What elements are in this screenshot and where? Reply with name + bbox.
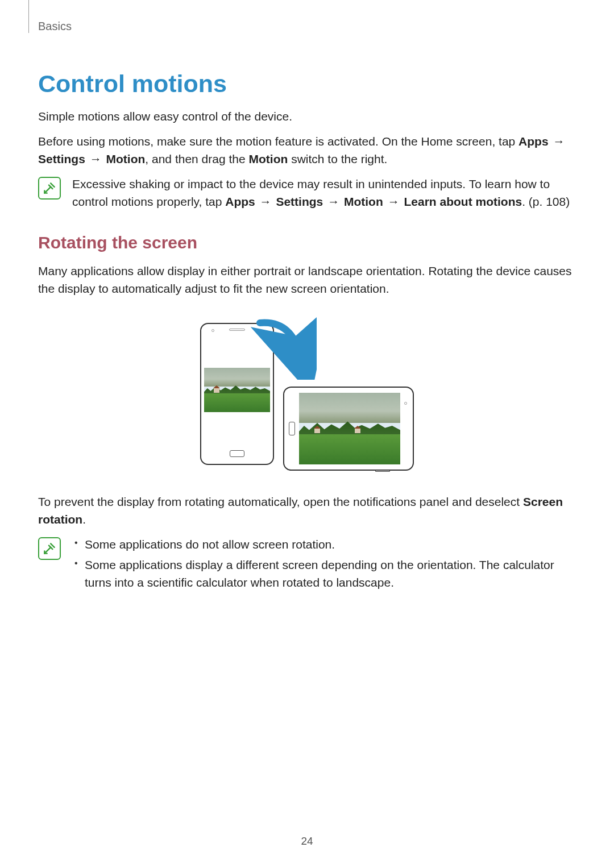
speaker-slot xyxy=(229,329,245,331)
sub-heading: Rotating the screen xyxy=(38,233,576,252)
home-button xyxy=(230,450,244,457)
note-list: Some applications do not allow screen ro… xyxy=(72,536,576,591)
phone-landscape-illustration xyxy=(283,387,414,471)
arrow-icon: → xyxy=(326,193,341,210)
arrow-icon: → xyxy=(89,151,103,168)
side-button xyxy=(375,470,390,472)
arrow-icon: → xyxy=(259,193,273,210)
camera-dot xyxy=(404,402,407,405)
intro-paragraph-1: Simple motions allow easy control of the… xyxy=(38,108,576,125)
note-block-2: Some applications do not allow screen ro… xyxy=(38,536,576,595)
note-icon xyxy=(38,537,61,560)
switch-name: Motion xyxy=(248,152,288,165)
rotate-paragraph-1: Many applications allow display in eithe… xyxy=(38,263,576,297)
camera-dot xyxy=(211,329,214,332)
path-apps: Apps xyxy=(225,195,255,208)
note-content: Excessive shaking or impact to the devic… xyxy=(72,176,576,210)
note-icon xyxy=(38,177,61,200)
page-title: Control motions xyxy=(38,70,576,98)
landscape-photo xyxy=(299,393,400,464)
path-apps: Apps xyxy=(518,135,549,148)
path-learn: Learn about motions xyxy=(404,195,522,208)
page-number: 24 xyxy=(0,835,614,848)
arrow-icon: → xyxy=(387,193,401,210)
note-content: Some applications do not allow screen ro… xyxy=(72,536,576,595)
home-button xyxy=(289,422,295,435)
note-text-end: . (p. 108) xyxy=(522,195,570,208)
side-rule xyxy=(28,0,29,33)
path-settings: Settings xyxy=(38,152,85,165)
text: switch to the right. xyxy=(288,152,387,165)
page-content: Control motions Simple motions allow eas… xyxy=(0,70,614,595)
rotate-paragraph-2: To prevent the display from rotating aut… xyxy=(38,493,576,528)
note-block-1: Excessive shaking or impact to the devic… xyxy=(38,176,576,210)
note-bullet-1: Some applications do not allow screen ro… xyxy=(72,536,576,553)
landscape-screen xyxy=(299,393,400,464)
path-motion: Motion xyxy=(106,152,146,165)
intro-paragraph-2: Before using motions, make sure the moti… xyxy=(38,133,576,168)
arrow-icon: → xyxy=(551,133,566,150)
text: To prevent the display from rotating aut… xyxy=(38,495,523,508)
rotate-arrow-icon xyxy=(248,312,317,380)
rotation-figure xyxy=(38,312,576,476)
text: Before using motions, make sure the moti… xyxy=(38,135,518,148)
path-motion: Motion xyxy=(344,195,383,208)
text: . xyxy=(82,513,86,526)
path-settings: Settings xyxy=(276,195,323,208)
section-header: Basics xyxy=(0,0,614,33)
note-bullet-2: Some applications display a different sc… xyxy=(72,556,576,591)
section-label: Basics xyxy=(38,20,72,32)
text: , and then drag the xyxy=(145,152,248,165)
